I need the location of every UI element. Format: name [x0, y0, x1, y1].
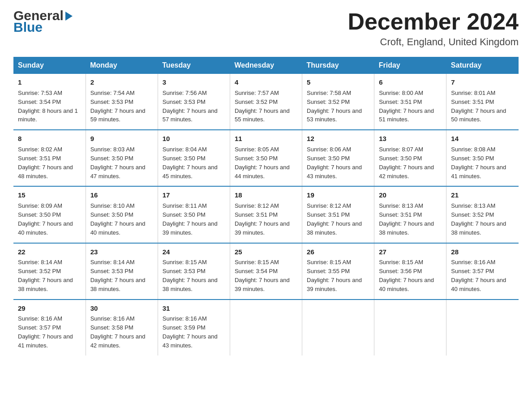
- table-row: 21Sunrise: 8:13 AMSunset: 3:52 PMDayligh…: [446, 186, 519, 243]
- day-info: Sunrise: 8:06 AMSunset: 3:50 PMDaylight:…: [307, 146, 362, 180]
- col-thursday: Thursday: [302, 57, 374, 74]
- day-info: Sunrise: 8:00 AMSunset: 3:51 PMDaylight:…: [379, 90, 434, 123]
- day-info: Sunrise: 8:02 AMSunset: 3:51 PMDaylight:…: [18, 146, 73, 180]
- day-info: Sunrise: 8:16 AMSunset: 3:59 PMDaylight:…: [163, 315, 218, 349]
- table-row: 7Sunrise: 8:01 AMSunset: 3:51 PMDaylight…: [446, 74, 519, 130]
- day-info: Sunrise: 8:16 AMSunset: 3:57 PMDaylight:…: [18, 315, 73, 349]
- table-row: 27Sunrise: 8:15 AMSunset: 3:56 PMDayligh…: [374, 243, 446, 300]
- day-info: Sunrise: 8:15 AMSunset: 3:55 PMDaylight:…: [307, 259, 362, 292]
- table-row: 30Sunrise: 8:16 AMSunset: 3:58 PMDayligh…: [86, 300, 158, 355]
- day-info: Sunrise: 8:16 AMSunset: 3:57 PMDaylight:…: [451, 259, 506, 292]
- table-row: [374, 300, 446, 355]
- logo-blue: Blue: [13, 21, 73, 34]
- day-number: 22: [18, 247, 81, 257]
- day-number: 17: [163, 190, 225, 200]
- day-number: 14: [451, 134, 514, 144]
- day-info: Sunrise: 7:58 AMSunset: 3:52 PMDaylight:…: [307, 90, 362, 123]
- day-info: Sunrise: 8:08 AMSunset: 3:50 PMDaylight:…: [451, 146, 506, 180]
- day-info: Sunrise: 7:56 AMSunset: 3:53 PMDaylight:…: [163, 90, 218, 123]
- day-info: Sunrise: 8:10 AMSunset: 3:50 PMDaylight:…: [90, 202, 146, 236]
- col-wednesday: Wednesday: [230, 57, 302, 74]
- day-info: Sunrise: 8:01 AMSunset: 3:51 PMDaylight:…: [451, 90, 506, 123]
- table-row: 15Sunrise: 8:09 AMSunset: 3:50 PMDayligh…: [13, 186, 86, 243]
- col-sunday: Sunday: [13, 57, 86, 74]
- table-row: 31Sunrise: 8:16 AMSunset: 3:59 PMDayligh…: [158, 300, 230, 355]
- table-row: [302, 300, 374, 355]
- calendar-week-row: 29Sunrise: 8:16 AMSunset: 3:57 PMDayligh…: [13, 300, 519, 355]
- day-number: 31: [163, 304, 225, 313]
- day-number: 11: [235, 134, 297, 144]
- table-row: 10Sunrise: 8:04 AMSunset: 3:50 PMDayligh…: [158, 130, 230, 186]
- table-row: 8Sunrise: 8:02 AMSunset: 3:51 PMDaylight…: [13, 130, 86, 186]
- table-row: 16Sunrise: 8:10 AMSunset: 3:50 PMDayligh…: [86, 186, 158, 243]
- day-number: 9: [90, 134, 153, 144]
- day-info: Sunrise: 8:13 AMSunset: 3:51 PMDaylight:…: [379, 202, 434, 236]
- calendar-week-row: 22Sunrise: 8:14 AMSunset: 3:52 PMDayligh…: [13, 243, 519, 300]
- day-info: Sunrise: 8:07 AMSunset: 3:50 PMDaylight:…: [379, 146, 434, 180]
- day-number: 26: [307, 247, 369, 257]
- day-number: 19: [307, 190, 369, 200]
- table-row: 2Sunrise: 7:54 AMSunset: 3:53 PMDaylight…: [86, 74, 158, 130]
- day-info: Sunrise: 8:11 AMSunset: 3:50 PMDaylight:…: [163, 202, 218, 236]
- title-area: December 2024 Croft, England, United Kin…: [348, 9, 519, 48]
- day-number: 2: [90, 77, 153, 87]
- day-info: Sunrise: 8:05 AMSunset: 3:50 PMDaylight:…: [235, 146, 290, 180]
- table-row: 3Sunrise: 7:56 AMSunset: 3:53 PMDaylight…: [158, 74, 230, 130]
- day-info: Sunrise: 8:12 AMSunset: 3:51 PMDaylight:…: [307, 202, 362, 236]
- table-row: 9Sunrise: 8:03 AMSunset: 3:50 PMDaylight…: [86, 130, 158, 186]
- logo: General Blue: [13, 9, 73, 34]
- day-number: 16: [90, 190, 153, 200]
- location: Croft, England, United Kingdom: [348, 36, 519, 48]
- table-row: 13Sunrise: 8:07 AMSunset: 3:50 PMDayligh…: [374, 130, 446, 186]
- table-row: 26Sunrise: 8:15 AMSunset: 3:55 PMDayligh…: [302, 243, 374, 300]
- table-row: 19Sunrise: 8:12 AMSunset: 3:51 PMDayligh…: [302, 186, 374, 243]
- day-number: 18: [235, 190, 297, 200]
- table-row: [230, 300, 302, 355]
- day-number: 1: [18, 77, 81, 87]
- table-row: 20Sunrise: 8:13 AMSunset: 3:51 PMDayligh…: [374, 186, 446, 243]
- calendar-week-row: 15Sunrise: 8:09 AMSunset: 3:50 PMDayligh…: [13, 186, 519, 243]
- day-number: 23: [90, 247, 153, 257]
- col-saturday: Saturday: [446, 57, 519, 74]
- table-row: 28Sunrise: 8:16 AMSunset: 3:57 PMDayligh…: [446, 243, 519, 300]
- day-number: 21: [451, 190, 514, 200]
- table-row: 14Sunrise: 8:08 AMSunset: 3:50 PMDayligh…: [446, 130, 519, 186]
- day-info: Sunrise: 8:03 AMSunset: 3:50 PMDaylight:…: [90, 146, 146, 180]
- calendar-header-row: Sunday Monday Tuesday Wednesday Thursday…: [13, 57, 519, 74]
- calendar-week-row: 1Sunrise: 7:53 AMSunset: 3:54 PMDaylight…: [13, 74, 519, 130]
- table-row: 12Sunrise: 8:06 AMSunset: 3:50 PMDayligh…: [302, 130, 374, 186]
- table-row: 1Sunrise: 7:53 AMSunset: 3:54 PMDaylight…: [13, 74, 86, 130]
- day-number: 13: [379, 134, 442, 144]
- day-info: Sunrise: 8:12 AMSunset: 3:51 PMDaylight:…: [235, 202, 290, 236]
- day-number: 10: [163, 134, 225, 144]
- table-row: 25Sunrise: 8:15 AMSunset: 3:54 PMDayligh…: [230, 243, 302, 300]
- table-row: 29Sunrise: 8:16 AMSunset: 3:57 PMDayligh…: [13, 300, 86, 355]
- day-info: Sunrise: 8:14 AMSunset: 3:53 PMDaylight:…: [90, 259, 146, 292]
- col-tuesday: Tuesday: [158, 57, 230, 74]
- day-info: Sunrise: 8:09 AMSunset: 3:50 PMDaylight:…: [18, 202, 73, 236]
- page-header: General Blue December 2024 Croft, Englan…: [13, 9, 519, 48]
- table-row: 17Sunrise: 8:11 AMSunset: 3:50 PMDayligh…: [158, 186, 230, 243]
- day-number: 12: [307, 134, 369, 144]
- day-number: 28: [451, 247, 514, 257]
- day-info: Sunrise: 8:15 AMSunset: 3:53 PMDaylight:…: [163, 259, 218, 292]
- table-row: 6Sunrise: 8:00 AMSunset: 3:51 PMDaylight…: [374, 74, 446, 130]
- day-number: 24: [163, 247, 225, 257]
- day-number: 6: [379, 77, 442, 87]
- day-number: 27: [379, 247, 442, 257]
- day-info: Sunrise: 8:15 AMSunset: 3:56 PMDaylight:…: [379, 259, 434, 292]
- table-row: 5Sunrise: 7:58 AMSunset: 3:52 PMDaylight…: [302, 74, 374, 130]
- day-number: 8: [18, 134, 81, 144]
- day-number: 3: [163, 77, 225, 87]
- table-row: 4Sunrise: 7:57 AMSunset: 3:52 PMDaylight…: [230, 74, 302, 130]
- col-friday: Friday: [374, 57, 446, 74]
- calendar-week-row: 8Sunrise: 8:02 AMSunset: 3:51 PMDaylight…: [13, 130, 519, 186]
- day-number: 25: [235, 247, 297, 257]
- day-info: Sunrise: 8:15 AMSunset: 3:54 PMDaylight:…: [235, 259, 290, 292]
- day-number: 15: [18, 190, 81, 200]
- month-title: December 2024: [348, 9, 519, 34]
- table-row: 18Sunrise: 8:12 AMSunset: 3:51 PMDayligh…: [230, 186, 302, 243]
- day-info: Sunrise: 8:14 AMSunset: 3:52 PMDaylight:…: [18, 259, 73, 292]
- day-number: 30: [90, 304, 153, 313]
- day-info: Sunrise: 8:04 AMSunset: 3:50 PMDaylight:…: [163, 146, 218, 180]
